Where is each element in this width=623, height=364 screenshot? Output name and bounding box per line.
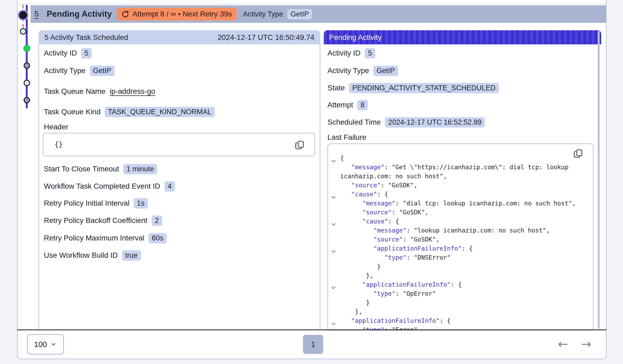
- refresh-icon: [121, 10, 129, 18]
- json-text: [340, 245, 373, 252]
- field-row: Activity TypeGetIP: [327, 65, 398, 76]
- header-payload-box: {}: [43, 133, 315, 156]
- field-row: StatePENDING_ACTIVITY_STATE_SCHEDULED: [327, 83, 499, 93]
- json-key: "source": [351, 182, 381, 189]
- field-value-badge: 5: [81, 48, 91, 58]
- json-key: "cause": [362, 218, 388, 225]
- activity-type-label: Activity Type: [243, 10, 283, 18]
- field-row: Task Queue Nameip-address-go: [44, 86, 155, 97]
- chevron-down-icon: [51, 343, 56, 346]
- json-line: "applicationFailureInfo": {: [328, 244, 473, 253]
- json-text: : "OpError": [395, 290, 436, 297]
- field-label: Retry Policy Maximum Interval: [44, 234, 144, 242]
- json-line: "applicationFailureInfo": {: [328, 280, 462, 289]
- field-row: Workflow Task Completed Event ID4: [44, 181, 175, 192]
- field-value-badge: 1s: [134, 198, 148, 209]
- json-text: : {: [377, 191, 388, 198]
- retry-badge: Attempt 8 / ∞ • Next Retry 39s: [117, 8, 237, 20]
- timeline-line: [26, 5, 28, 108]
- json-line: "cause": {: [328, 217, 399, 226]
- json-text: icanhazip.com: no such host",: [340, 173, 447, 180]
- json-line: "source": "GoSDK",: [328, 235, 440, 244]
- task-queue-link[interactable]: ip-address-go: [110, 87, 155, 96]
- field-value-badge: 8: [357, 100, 368, 110]
- collapse-chevron-icon[interactable]: [331, 219, 336, 223]
- event-header-bar: 5 Pending Activity Attempt 8 / ∞ • Next …: [31, 5, 606, 23]
- json-text: [340, 191, 351, 198]
- json-key: "message": [373, 227, 407, 234]
- page-number-button[interactable]: 1: [303, 335, 323, 354]
- json-line: "source": "GoSDK",: [328, 181, 418, 190]
- field-row: Retry Policy Maximum Interval60s: [44, 233, 167, 243]
- field-label: State: [327, 84, 345, 92]
- field-value-badge: GetIP: [373, 66, 398, 76]
- json-key: "type": [373, 290, 395, 297]
- field-label: Task Queue Kind: [44, 108, 100, 116]
- field-row: Activity ID5: [44, 48, 92, 58]
- field-value-badge: 1 minute: [123, 164, 157, 174]
- json-text: [340, 227, 373, 234]
- last-failure-label: Last Failure: [327, 133, 366, 142]
- json-line: "type": "DNSError": [328, 253, 451, 262]
- header-payload-value: {}: [54, 140, 63, 148]
- collapse-chevron-icon[interactable]: [331, 283, 336, 286]
- json-text: : {: [388, 218, 399, 225]
- event-id-link[interactable]: 5: [34, 9, 39, 19]
- page-size-dropdown[interactable]: 100: [27, 334, 64, 354]
- json-line: }: [328, 262, 381, 271]
- field-row: Task Queue KindTASK_QUEUE_KIND_NORMAL: [44, 107, 215, 117]
- field-label: Workflow Task Completed Event ID: [44, 182, 160, 191]
- copy-icon[interactable]: [573, 149, 583, 158]
- field-value-badge: 4: [165, 181, 175, 192]
- collapse-chevron-icon[interactable]: [331, 156, 336, 160]
- row-divider: [18, 4, 606, 4]
- field-value-badge: GetIP: [90, 66, 115, 76]
- json-text: [340, 200, 362, 207]
- json-line: "applicationFailureInfo": {: [328, 316, 451, 325]
- timeline-event-dot-active[interactable]: [23, 45, 30, 52]
- collapse-chevron-icon[interactable]: [331, 319, 336, 323]
- json-text: {: [340, 155, 344, 162]
- json-text: }: [340, 263, 381, 270]
- field-row: Start To Close Timeout1 minute: [44, 164, 157, 174]
- json-text: : "Get \"https://icanhazip.com\": dial t…: [384, 164, 568, 171]
- json-key: "applicationFailureInfo": [351, 317, 440, 324]
- timeline-event-dot-completed[interactable]: [24, 62, 30, 69]
- field-label: Activity ID: [327, 49, 360, 57]
- pending-activity-marker-icon[interactable]: [19, 11, 27, 19]
- json-text: },: [340, 308, 362, 315]
- json-text: [340, 290, 373, 297]
- json-line: "source": "GoSDK",: [328, 208, 428, 217]
- field-label: Retry Policy Backoff Coefficient: [44, 216, 148, 225]
- timeline-event-dot-open[interactable]: [20, 28, 26, 35]
- json-text: : {: [451, 281, 462, 288]
- json-text: : "DNSError": [406, 254, 451, 261]
- field-value-badge: 60s: [149, 233, 167, 243]
- previous-page-arrow[interactable]: ←: [556, 337, 570, 351]
- field-label: Activity ID: [44, 49, 77, 57]
- retry-badge-label: Attempt 8 / ∞ • Next Retry 39s: [133, 10, 232, 18]
- timeline-event-dot-open-2[interactable]: [24, 80, 30, 86]
- field-row: Attempt8: [327, 100, 368, 110]
- collapse-chevron-icon[interactable]: [331, 192, 336, 196]
- collapse-chevron-icon[interactable]: [331, 247, 336, 250]
- json-line: "type": "OpError": [328, 289, 436, 298]
- timeline-event-dot-completed-2[interactable]: [24, 97, 30, 103]
- section-divider: [17, 329, 607, 330]
- next-page-arrow[interactable]: →: [579, 337, 593, 351]
- field-label: Use Workflow Build ID: [44, 251, 118, 260]
- json-text: : "GoSDK",: [392, 209, 428, 216]
- json-text: [340, 236, 373, 243]
- json-text: [340, 182, 351, 189]
- field-label: Activity Type: [327, 66, 369, 75]
- json-key: "cause": [351, 191, 377, 198]
- json-line: {: [328, 154, 344, 163]
- event-panel-title: 5 Activity Task Scheduled: [44, 33, 128, 42]
- page-size-value: 100: [34, 340, 47, 349]
- field-row: Activity TypeGetIP: [44, 65, 115, 76]
- json-line: "cause": {: [328, 190, 388, 199]
- field-row: Retry Policy Backoff Coefficient2: [44, 215, 162, 226]
- field-value-badge: 5: [365, 48, 375, 58]
- vertical-scrollbar[interactable]: [598, 31, 600, 329]
- copy-icon[interactable]: [295, 140, 304, 150]
